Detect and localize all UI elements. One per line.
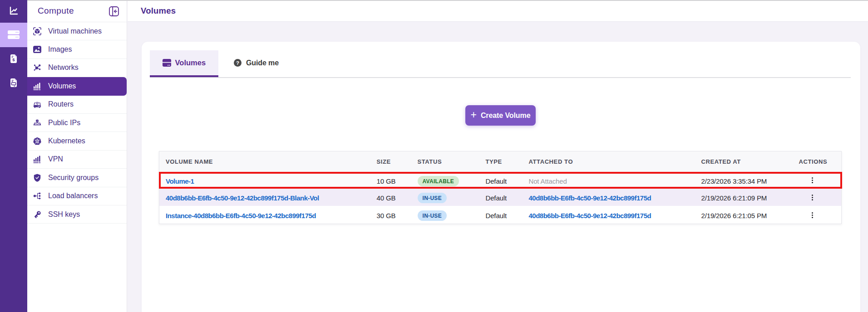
svg-text:$: $ <box>12 57 15 62</box>
